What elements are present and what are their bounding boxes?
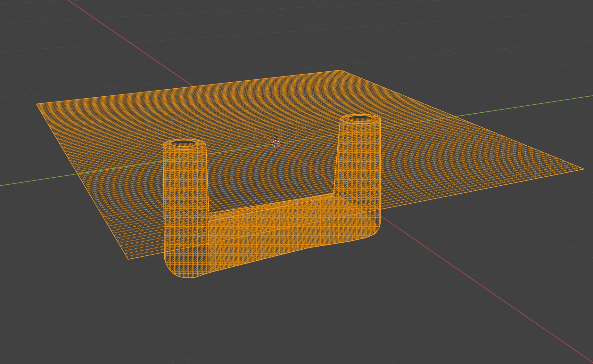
viewport-background [0,0,593,364]
viewport-canvas[interactable] [0,0,593,364]
tube-left-cylinder-mesh[interactable] [163,145,209,277]
blender-3d-viewport[interactable] [0,0,593,364]
